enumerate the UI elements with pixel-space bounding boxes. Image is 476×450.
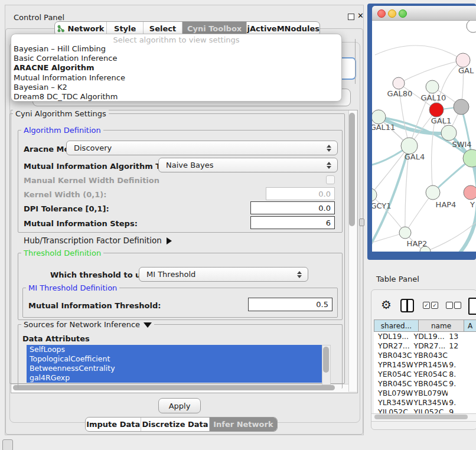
dpi-tolerance-field[interactable]: 0.0	[250, 201, 335, 214]
algorithm-option[interactable]: Mutual Information Inference	[11, 73, 341, 83]
tab-network-label: Network	[68, 24, 105, 33]
kernel-width-field[interactable]: 0.0	[266, 187, 335, 200]
algorithm-option[interactable]: Basic Correlation Inference	[11, 54, 341, 63]
network-edge[interactable]	[372, 195, 405, 233]
which-threshold-combo[interactable]: MI Threshold	[139, 267, 308, 282]
network-node[interactable]	[467, 21, 476, 32]
algorithm-dropdown-popup: Select algorithm to view settings Bayesi…	[11, 34, 342, 102]
split-columns-icon[interactable]	[400, 299, 414, 312]
network-node-label: HAP4	[436, 200, 457, 209]
panel-divider-handle[interactable]	[359, 219, 364, 226]
network-edge[interactable]	[399, 60, 463, 83]
attribute-list-item[interactable]: gal4RGexp	[27, 373, 322, 383]
table-row[interactable]: YER054CYER054C8.	[374, 370, 476, 379]
zoom-traffic-light-icon[interactable]	[399, 9, 407, 18]
mi-threshold-legend: MI Threshold Definition	[26, 284, 119, 292]
table-cell: YIL052C	[374, 407, 413, 413]
algorithm-option[interactable]: ARACNE Algorithm	[11, 63, 341, 73]
kernel-width-label: Kernel Width (0,1):	[24, 190, 106, 199]
attribute-list-item[interactable]: BetweennessCentrality	[27, 364, 322, 373]
network-node[interactable]	[401, 138, 418, 154]
table-cell: YPR145W	[413, 360, 448, 370]
network-node[interactable]	[393, 77, 405, 89]
attribute-list-item[interactable]: TopologicalCoefficient	[27, 354, 322, 364]
network-node-label: GAL1	[431, 116, 451, 125]
network-edge[interactable]	[372, 146, 409, 195]
algorithm-option[interactable]: Bayesian – K2	[11, 83, 341, 92]
network-node[interactable]	[426, 185, 440, 200]
table-row[interactable]: YDR27...YDR27...12	[374, 341, 476, 351]
network-node[interactable]	[426, 80, 439, 93]
column-header-shared[interactable]: shared...	[374, 319, 419, 332]
stepper-arrows-icon	[327, 162, 331, 169]
table-hscrollbar-thumb[interactable]	[374, 415, 468, 419]
mi-steps-field[interactable]: 6	[250, 216, 335, 229]
table-panel-title: Table Panel	[376, 275, 419, 283]
network-node[interactable]	[372, 110, 386, 124]
checked-checkbox-icon[interactable]: ✓	[431, 302, 438, 309]
table-row[interactable]: YPR145WYPR145W9.	[374, 360, 476, 370]
table-body: YDL19...YDL19...13YDR27...YDR27...12YBR0…	[374, 332, 476, 413]
threshold-definition-legend: Threshold Definition	[21, 249, 103, 257]
close-icon[interactable]: ✕	[357, 11, 364, 20]
table-cell: YIL052C	[413, 407, 448, 413]
network-window-titlebar[interactable]	[372, 6, 476, 21]
algorithm-definition-legend: Algorithm Definition	[21, 126, 103, 134]
manual-kernel-checkbox[interactable]	[326, 175, 335, 184]
network-node[interactable]	[456, 53, 470, 67]
minimize-traffic-light-icon[interactable]	[388, 9, 396, 18]
table-cell: YLR345W	[413, 398, 448, 407]
column-header-third[interactable]: A	[464, 319, 476, 332]
settings-vscrollbar-thumb[interactable]	[349, 113, 355, 226]
table-row[interactable]: YBR045CYBR045C9.	[374, 379, 476, 389]
unchecked-checkbox-icon[interactable]	[454, 302, 461, 309]
table-row[interactable]: YBL079WYBL079W	[374, 389, 476, 398]
manual-kernel-label: Manual Kernel Width Definition	[24, 176, 159, 185]
network-canvas[interactable]: GALGAL80GAL10GAL1SWI4GAL11GAL4GCY1HAP4YH…	[372, 21, 476, 252]
tab-impute-data[interactable]: Impute Data	[86, 418, 141, 431]
mi-type-label: Mutual Information Algorithm Type:	[24, 162, 179, 171]
network-node-label: GAL	[458, 66, 474, 75]
attribute-list-item[interactable]: SelfLoops	[27, 345, 322, 354]
dock-panel-icon[interactable]	[2, 439, 13, 450]
network-node[interactable]	[429, 103, 444, 117]
table-row[interactable]: YDL19...YDL19...13	[374, 332, 476, 341]
close-traffic-light-icon[interactable]	[377, 9, 386, 18]
tab-discretize-data[interactable]: Discretize Data	[141, 418, 209, 431]
network-node-label: GAL80	[387, 89, 413, 98]
algorithm-option[interactable]: Dream8 DC_TDC Algorithm	[11, 92, 341, 102]
network-node[interactable]	[464, 185, 476, 200]
network-node[interactable]	[399, 227, 411, 239]
network-edge[interactable]	[375, 45, 463, 60]
document-icon[interactable]	[468, 298, 476, 315]
table-row[interactable]: YBR043CYBR043C	[374, 351, 476, 360]
checked-checkbox-icon[interactable]: ✓	[423, 302, 430, 309]
mi-threshold-field[interactable]: 0.5	[248, 298, 332, 311]
network-graph[interactable]: GALGAL80GAL10GAL1SWI4GAL11GAL4GCY1HAP4YH…	[372, 21, 476, 252]
network-node[interactable]	[441, 125, 457, 141]
table-cell: YLR345W	[374, 398, 413, 407]
tab-infer-network[interactable]: Infer Network	[210, 418, 277, 431]
bottom-tabbar: Impute Data Discretize Data Infer Networ…	[85, 417, 278, 432]
apply-button[interactable]: Apply	[158, 398, 201, 413]
algorithm-option[interactable]: Bayesian – Hill Climbing	[11, 44, 341, 54]
table-cell: 9.	[448, 360, 476, 370]
mi-type-combo[interactable]: Naive Bayes	[158, 158, 338, 172]
aracne-mode-combo[interactable]: Discovery	[66, 141, 338, 155]
gear-icon[interactable]: ⚙	[381, 299, 392, 311]
column-header-name[interactable]: name	[418, 319, 464, 332]
table-cell: YDR27...	[374, 341, 413, 351]
table-row[interactable]: YIL052CYIL052C9	[374, 407, 476, 413]
table-cell: YER054C	[413, 370, 448, 379]
float-window-icon[interactable]	[348, 14, 354, 20]
attributes-scrollbar-thumb[interactable]	[323, 347, 329, 373]
network-node[interactable]	[454, 99, 469, 115]
network-node-label: GCY1	[372, 201, 392, 210]
unchecked-checkbox-icon[interactable]	[446, 302, 453, 309]
expanded-arrow-icon	[144, 322, 152, 328]
table-cell: 8.	[448, 370, 476, 379]
table-row[interactable]: YLR345WYLR345W9.	[374, 398, 476, 407]
table-cell: YBR045C	[413, 379, 448, 389]
sources-legend[interactable]: Sources for Network Inference	[21, 321, 154, 328]
hub-definition-toggle[interactable]: Hub/Transcription Factor Definition	[24, 236, 172, 245]
